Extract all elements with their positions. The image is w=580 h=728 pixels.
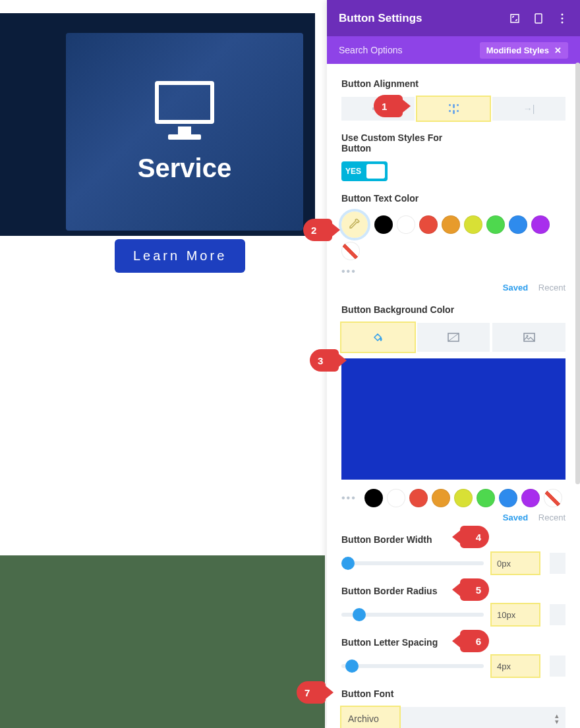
page-preview: Service Learn More (0, 0, 325, 728)
swatch-purple[interactable] (521, 489, 540, 507)
bg-color-tabs (341, 323, 566, 352)
image-icon (523, 333, 535, 342)
service-card: Service (66, 33, 303, 231)
border-width-slider-row: 0px (341, 553, 566, 574)
modified-styles-tag[interactable]: Modified Styles ✕ (480, 42, 568, 59)
bg-color-label: Button Background Color (341, 304, 566, 315)
callout-1: 1 (374, 95, 403, 117)
svg-rect-1 (535, 14, 542, 23)
paint-bucket-icon (372, 331, 384, 343)
swatch-orange[interactable] (432, 489, 450, 507)
panel-body: Button Alignment →| Use Custom Styles Fo… (327, 64, 580, 728)
tablet-icon[interactable] (533, 13, 544, 24)
swatch-transparent[interactable] (544, 489, 562, 507)
unit-selector[interactable] (550, 553, 566, 574)
more-colors-icon[interactable]: ••• (341, 266, 566, 277)
bg-swatch-row: ••• (341, 489, 566, 507)
callout-3: 3 (310, 349, 339, 372)
saved-tab[interactable]: Saved (503, 513, 528, 522)
svg-rect-0 (511, 14, 519, 22)
saved-tab[interactable]: Saved (503, 283, 528, 293)
lower-section (0, 555, 325, 728)
letter-spacing-slider[interactable] (341, 664, 484, 668)
bg-tab-solid[interactable] (341, 323, 415, 352)
font-dropdown-rest[interactable]: ▴▾ (399, 707, 566, 728)
text-color-label: Button Text Color (341, 193, 566, 204)
swatch-green[interactable] (477, 489, 495, 507)
bg-tab-image[interactable] (492, 323, 566, 352)
svg-point-4 (562, 21, 564, 23)
callout-2: 2 (303, 219, 332, 241)
svg-point-7 (526, 335, 528, 337)
swatch-white[interactable] (387, 489, 405, 507)
swatch-red[interactable] (419, 215, 438, 234)
slider-thumb[interactable] (341, 557, 355, 570)
swatch-blue[interactable] (509, 215, 527, 234)
settings-panel: Button Settings Search Options Modified … (327, 0, 580, 728)
font-label: Button Font (341, 688, 566, 699)
swatch-red[interactable] (409, 489, 428, 507)
callout-6: 6 (460, 630, 489, 652)
unit-selector[interactable] (550, 604, 566, 625)
learn-more-button[interactable]: Learn More (115, 239, 245, 273)
modified-styles-label: Modified Styles (486, 45, 549, 55)
swatch-black[interactable] (374, 215, 393, 234)
font-row: Archivo ▴▾ (341, 707, 566, 728)
callout-5: 5 (460, 578, 489, 601)
callout-4: 4 (460, 526, 489, 548)
swatch-orange[interactable] (442, 215, 460, 234)
panel-title: Button Settings (339, 12, 497, 25)
close-icon[interactable]: ✕ (554, 45, 562, 55)
unit-selector[interactable] (550, 656, 566, 677)
search-options[interactable]: Search Options (339, 45, 480, 55)
panel-header: Button Settings (327, 0, 580, 36)
swatch-white[interactable] (397, 215, 415, 234)
color-picker-button[interactable] (341, 211, 368, 238)
monitor-icon (155, 81, 214, 124)
letter-spacing-value[interactable]: 4px (492, 656, 539, 677)
chevron-updown-icon: ▴▾ (555, 713, 559, 725)
border-radius-value[interactable]: 10px (492, 604, 539, 625)
recent-tab[interactable]: Recent (538, 283, 566, 293)
swatch-yellow[interactable] (454, 489, 473, 507)
bg-color-preview[interactable] (341, 358, 566, 480)
callout-7: 7 (297, 681, 326, 704)
slider-thumb[interactable] (345, 659, 359, 673)
more-icon[interactable] (556, 13, 568, 24)
border-width-slider[interactable] (341, 561, 484, 565)
saved-recent-tabs: Saved Recent (341, 283, 566, 293)
slider-thumb[interactable] (353, 608, 366, 621)
border-radius-slider-row: 10px (341, 604, 566, 625)
expand-icon[interactable] (509, 13, 521, 24)
swatch-green[interactable] (486, 215, 505, 234)
swatch-purple[interactable] (531, 215, 550, 234)
swatch-blue[interactable] (499, 489, 517, 507)
swatch-yellow[interactable] (464, 215, 482, 234)
svg-point-2 (562, 13, 564, 15)
border-width-value[interactable]: 0px (492, 553, 539, 574)
text-color-swatches (341, 211, 566, 260)
saved-recent-tabs-2: Saved Recent (341, 513, 566, 522)
custom-styles-label: Use Custom Styles For Button (341, 132, 453, 154)
align-center-button[interactable] (417, 97, 490, 121)
letter-spacing-slider-row: 4px (341, 656, 566, 677)
service-title: Service (138, 154, 231, 183)
swatch-transparent[interactable] (341, 242, 360, 260)
gradient-icon (448, 333, 459, 342)
swatch-black[interactable] (364, 489, 383, 507)
font-dropdown[interactable]: Archivo (341, 707, 399, 728)
more-colors-icon[interactable]: ••• (341, 492, 357, 504)
font-selected: Archivo (348, 714, 379, 724)
bg-tab-gradient[interactable] (417, 323, 490, 352)
recent-tab[interactable]: Recent (538, 513, 566, 522)
toggle-knob (366, 164, 385, 179)
eyedropper-icon (349, 219, 361, 231)
toggle-yes-label: YES (345, 167, 361, 176)
border-radius-slider[interactable] (341, 613, 484, 617)
hero-section: Service (0, 13, 315, 236)
panel-subheader: Search Options Modified Styles ✕ (327, 36, 580, 64)
align-right-button[interactable]: →| (492, 97, 566, 121)
scrollbar[interactable] (575, 63, 580, 484)
svg-point-3 (562, 17, 564, 19)
custom-styles-toggle[interactable]: YES (341, 161, 388, 181)
